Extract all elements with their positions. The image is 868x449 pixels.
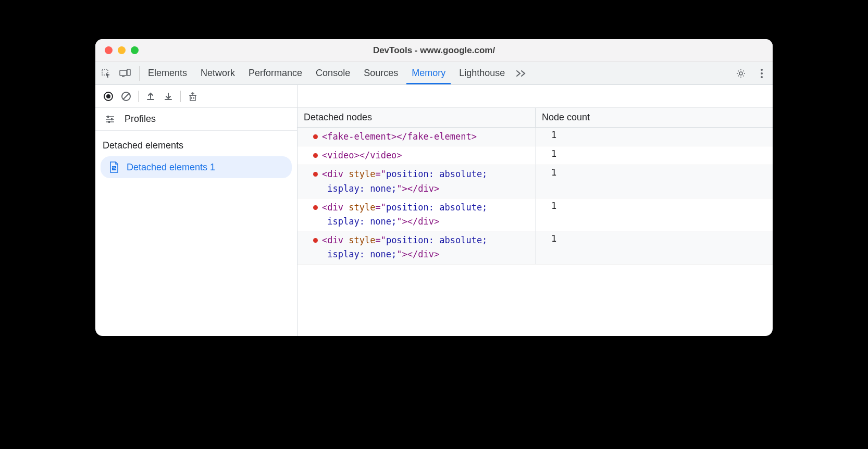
tab-lighthouse[interactable]: Lighthouse	[459, 62, 505, 84]
cell-detached-node: <div style="position: absolute; isplay: …	[297, 198, 536, 231]
traffic-lights	[105, 46, 139, 54]
profile-item-label: Detached elements 1	[127, 162, 215, 173]
inspect-element-icon[interactable]	[101, 68, 112, 79]
sidebar: Profiles Detached elements % Detached el…	[95, 85, 297, 336]
cell-node-count: 1	[536, 146, 773, 165]
tab-performance[interactable]: Performance	[249, 62, 302, 84]
separator	[180, 91, 181, 102]
main-toolbar-blank	[297, 85, 773, 108]
more-tabs-icon[interactable]	[515, 68, 527, 79]
settings-icon[interactable]	[735, 68, 747, 79]
svg-rect-1	[120, 70, 127, 76]
detached-indicator-icon	[313, 134, 318, 139]
tab-sources[interactable]: Sources	[364, 62, 398, 84]
record-icon[interactable]	[103, 91, 114, 102]
titlebar: DevTools - www.google.com/	[95, 39, 773, 62]
profile-item-selected[interactable]: % Detached elements 1	[101, 156, 292, 178]
detached-indicator-icon	[313, 153, 318, 158]
svg-rect-23	[108, 121, 110, 123]
cell-node-count: 1	[536, 165, 773, 197]
window-title: DevTools - www.google.com/	[373, 45, 495, 56]
svg-point-5	[761, 69, 763, 71]
panel-tabs: ElementsNetworkPerformanceConsoleSources…	[148, 62, 505, 84]
table-row[interactable]: <div style="position: absolute; isplay: …	[297, 165, 773, 198]
clear-icon[interactable]	[120, 91, 132, 102]
upload-icon[interactable]	[145, 91, 156, 102]
cell-detached-node: <video></video>	[297, 146, 536, 165]
node-code: <div style="position: absolute; isplay: …	[322, 167, 487, 195]
memory-toolbar	[95, 85, 297, 108]
maximize-window-button[interactable]	[131, 46, 139, 54]
table-body: <fake-element></fake-element>1<video></v…	[297, 128, 773, 336]
table-row[interactable]: <div style="position: absolute; isplay: …	[297, 198, 773, 231]
cell-node-count: 1	[536, 198, 773, 231]
main-panel: Detached nodes Node count <fake-element>…	[297, 85, 773, 336]
svg-rect-21	[107, 116, 109, 118]
svg-text:%: %	[113, 166, 116, 170]
device-toolbar-icon[interactable]	[119, 68, 131, 79]
node-code: <div style="position: absolute; isplay: …	[322, 233, 487, 261]
more-options-icon[interactable]	[756, 68, 767, 79]
download-icon[interactable]	[163, 91, 174, 102]
minimize-window-button[interactable]	[118, 46, 126, 54]
column-header-count[interactable]: Node count	[536, 108, 773, 127]
node-code: <video></video>	[322, 148, 402, 163]
cell-detached-node: <fake-element></fake-element>	[297, 128, 536, 146]
section-label: Detached elements	[95, 131, 297, 156]
cell-node-count: 1	[536, 128, 773, 146]
svg-rect-12	[190, 95, 195, 101]
svg-rect-22	[111, 118, 113, 120]
sliders-icon	[105, 114, 115, 124]
table-header: Detached nodes Node count	[297, 108, 773, 128]
cell-detached-node: <div style="position: absolute; isplay: …	[297, 165, 536, 197]
cell-detached-node: <div style="position: absolute; isplay: …	[297, 231, 536, 264]
tabbar-right-icons	[735, 68, 767, 79]
svg-point-4	[739, 72, 742, 75]
detached-indicator-icon	[313, 238, 318, 243]
tab-network[interactable]: Network	[201, 62, 235, 84]
separator	[138, 91, 139, 102]
tab-elements[interactable]: Elements	[148, 62, 187, 84]
profiles-header[interactable]: Profiles	[95, 108, 297, 131]
column-header-nodes[interactable]: Detached nodes	[297, 108, 536, 127]
svg-line-11	[123, 93, 129, 99]
svg-point-9	[106, 94, 110, 98]
document-icon: %	[109, 161, 119, 173]
table-row[interactable]: <video></video>1	[297, 146, 773, 165]
tabbar: ElementsNetworkPerformanceConsoleSources…	[95, 62, 773, 85]
tab-memory[interactable]: Memory	[412, 62, 445, 84]
detached-indicator-icon	[313, 172, 318, 177]
collect-garbage-icon[interactable]	[187, 91, 199, 102]
detached-indicator-icon	[313, 205, 318, 210]
tabbar-left-icons	[101, 66, 140, 81]
devtools-window: DevTools - www.google.com/ ElementsNetwo…	[95, 39, 773, 336]
node-code: <fake-element></fake-element>	[322, 130, 477, 144]
content-area: Profiles Detached elements % Detached el…	[95, 85, 773, 336]
svg-rect-3	[127, 69, 130, 76]
svg-point-6	[761, 72, 763, 74]
profiles-label: Profiles	[125, 114, 156, 124]
close-window-button[interactable]	[105, 46, 113, 54]
table-row[interactable]: <div style="position: absolute; isplay: …	[297, 231, 773, 264]
svg-point-7	[761, 76, 763, 78]
tab-console[interactable]: Console	[316, 62, 350, 84]
node-code: <div style="position: absolute; isplay: …	[322, 201, 487, 229]
table-row[interactable]: <fake-element></fake-element>1	[297, 128, 773, 146]
cell-node-count: 1	[536, 231, 773, 264]
